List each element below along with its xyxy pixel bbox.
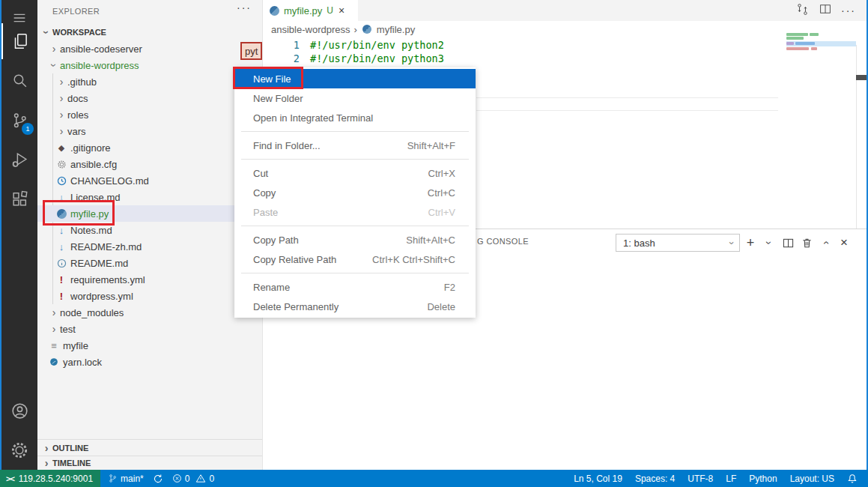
minimap-mark bbox=[786, 47, 809, 50]
tree-item-readme[interactable]: README.md bbox=[37, 255, 262, 271]
sync-changes-item[interactable] bbox=[153, 474, 163, 484]
tree-item-github[interactable]: .github bbox=[37, 73, 262, 90]
remote-icon: >< bbox=[6, 474, 14, 483]
chevron-right-icon bbox=[40, 443, 52, 453]
tree-section-workspace[interactable]: WORKSPACE bbox=[37, 24, 262, 40]
chevron-right-icon bbox=[48, 324, 60, 334]
kill-terminal-trash-icon[interactable] bbox=[798, 234, 815, 252]
status-bar-right: Ln 5, Col 19 Spaces: 4 UTF-8 LF Python L… bbox=[574, 474, 868, 484]
yaml-exclamation-icon: ! bbox=[55, 290, 67, 302]
menu-item-copy-path[interactable]: Copy Path Shift+Alt+C bbox=[234, 230, 476, 249]
explorer-more-actions-icon[interactable]: ··· bbox=[237, 1, 252, 13]
tree-item-ansible-cfg[interactable]: ansible.cfg bbox=[37, 156, 262, 172]
remote-indicator[interactable]: >< 119.28.5.240:9001 bbox=[0, 470, 100, 487]
cursor-position-item[interactable]: Ln 5, Col 19 bbox=[574, 474, 622, 484]
problems-item[interactable]: 0 0 bbox=[172, 474, 214, 484]
run-debug-icon[interactable] bbox=[1, 141, 37, 177]
git-untracked-badge: U bbox=[327, 5, 333, 16]
tree-item-vars[interactable]: vars bbox=[37, 123, 262, 139]
new-terminal-icon[interactable]: + bbox=[742, 234, 759, 252]
close-tab-icon[interactable]: × bbox=[339, 4, 345, 16]
tree-item-myfile[interactable]: ≡ myfile bbox=[37, 337, 262, 354]
chevron-down-icon bbox=[48, 60, 60, 70]
chevron-right-icon bbox=[48, 43, 60, 54]
markdown-file-icon: ↓ bbox=[55, 191, 67, 203]
explorer-icon[interactable] bbox=[1, 23, 37, 59]
extensions-icon[interactable] bbox=[1, 181, 37, 217]
timeline-section[interactable]: TIMELINE bbox=[37, 456, 262, 470]
menu-item-rename[interactable]: Rename F2 bbox=[234, 277, 476, 297]
editor-actions: ··· bbox=[795, 0, 856, 21]
open-changes-icon[interactable] bbox=[795, 2, 810, 19]
scrollbar-thumb[interactable] bbox=[856, 75, 867, 80]
tree-item-test[interactable]: test bbox=[37, 321, 262, 337]
code-area[interactable]: 1 #!/usr/bin/env python2 2 #!/usr/bin/en… bbox=[262, 38, 444, 65]
tree-item-myfile-py[interactable]: myfile.py bbox=[37, 205, 262, 222]
eol-item[interactable]: LF bbox=[726, 474, 736, 484]
tree-item-gitignore[interactable]: ◆ .gitignore bbox=[37, 139, 262, 156]
code-text: #!/usr/bin/env python2 bbox=[310, 38, 444, 52]
branch-name: main* bbox=[121, 474, 144, 484]
explorer-title: EXPLORER bbox=[52, 7, 100, 16]
menu-item-open-in-terminal[interactable]: Open in Integrated Terminal bbox=[234, 108, 476, 127]
breadcrumb: ansible-wordpress › myfile.py bbox=[271, 21, 415, 37]
tree-item-ansible-codeserver[interactable]: ansible-codeserver bbox=[37, 40, 262, 57]
menu-item-find-in-folder[interactable]: Find in Folder... Shift+Alt+F bbox=[234, 136, 476, 155]
tree-item-requirements[interactable]: ! requirements.yml bbox=[37, 271, 262, 288]
indentation-item[interactable]: Spaces: 4 bbox=[635, 474, 675, 484]
hover-artifact-line bbox=[476, 110, 778, 111]
tree-item-notes[interactable]: ↓ Notes.md bbox=[37, 222, 262, 238]
terminal-dropdown-icon[interactable]: › bbox=[761, 234, 777, 252]
close-panel-icon[interactable]: × bbox=[836, 234, 852, 252]
source-control-icon[interactable]: 1 bbox=[1, 102, 37, 138]
keyboard-layout-item[interactable]: Layout: US bbox=[790, 474, 834, 484]
menu-item-delete-permanently[interactable]: Delete Permanently Delete bbox=[234, 297, 476, 316]
tree-item-readme-zh[interactable]: ↓ README-zh.md bbox=[37, 238, 262, 255]
list-file-icon: ≡ bbox=[48, 339, 60, 351]
tree-item-docs[interactable]: docs bbox=[37, 90, 262, 106]
menu-separator bbox=[241, 273, 469, 273]
menu-item-new-folder[interactable]: New Folder bbox=[234, 88, 476, 108]
menu-item-cut[interactable]: Cut Ctrl+X bbox=[234, 163, 476, 183]
menu-item-new-file[interactable]: New File bbox=[234, 69, 476, 88]
account-icon[interactable] bbox=[1, 393, 37, 429]
tree-item-roles[interactable]: roles bbox=[37, 106, 262, 123]
tree-item-license[interactable]: ↓ License.md bbox=[37, 189, 262, 205]
window-border-left bbox=[0, 0, 1, 487]
tab-myfile-py[interactable]: myfile.py U × bbox=[262, 0, 358, 21]
error-count: 0 bbox=[185, 474, 190, 484]
markdown-file-icon: ↓ bbox=[55, 224, 67, 236]
tree-item-changelog[interactable]: CHANGELOG.md bbox=[37, 172, 262, 189]
minimap-border bbox=[856, 45, 857, 229]
menu-item-copy[interactable]: Copy Ctrl+C bbox=[234, 183, 476, 202]
tree-item-node-modules[interactable]: node_modules bbox=[37, 304, 262, 321]
notifications-bell-icon[interactable] bbox=[847, 474, 858, 484]
search-icon[interactable] bbox=[1, 62, 37, 98]
outline-section[interactable]: OUTLINE bbox=[37, 439, 262, 456]
chevron-down-icon: › bbox=[726, 241, 737, 244]
breadcrumb-folder[interactable]: ansible-wordpress bbox=[271, 24, 350, 35]
panel-tab-debug-console[interactable]: G CONSOLE bbox=[477, 237, 529, 246]
panel-actions: + › › × bbox=[742, 234, 852, 252]
language-mode-item[interactable]: Python bbox=[749, 474, 777, 484]
menu-item-copy-relative-path[interactable]: Copy Relative Path Ctrl+K Ctrl+Shift+C bbox=[234, 249, 476, 269]
git-branch-item[interactable]: main* bbox=[108, 474, 144, 484]
split-editor-icon[interactable] bbox=[819, 2, 832, 19]
settings-gear-icon[interactable] bbox=[1, 432, 37, 468]
encoding-item[interactable]: UTF-8 bbox=[688, 474, 713, 484]
tree-item-ansible-wordpress[interactable]: ansible-wordpress bbox=[37, 57, 262, 73]
tree-item-wordpress[interactable]: ! wordpress.yml bbox=[37, 288, 262, 304]
chevron-right-icon bbox=[48, 307, 60, 318]
terminal-selector[interactable]: 1: bash › bbox=[616, 234, 740, 252]
maximize-panel-icon[interactable]: › bbox=[817, 234, 834, 252]
code-text: #!/usr/bin/env python3 bbox=[310, 52, 444, 65]
activity-bar: 1 bbox=[1, 0, 37, 470]
clock-file-icon bbox=[55, 175, 67, 187]
tab-label: myfile.py bbox=[284, 5, 322, 16]
tree-item-yarn-lock[interactable]: yarn.lock bbox=[37, 354, 262, 370]
breadcrumb-file[interactable]: myfile.py bbox=[377, 24, 415, 35]
timeline-label: TIMELINE bbox=[52, 459, 91, 468]
chevron-down-icon bbox=[40, 27, 52, 37]
split-terminal-icon[interactable] bbox=[780, 234, 796, 252]
more-actions-icon[interactable]: ··· bbox=[841, 4, 856, 16]
